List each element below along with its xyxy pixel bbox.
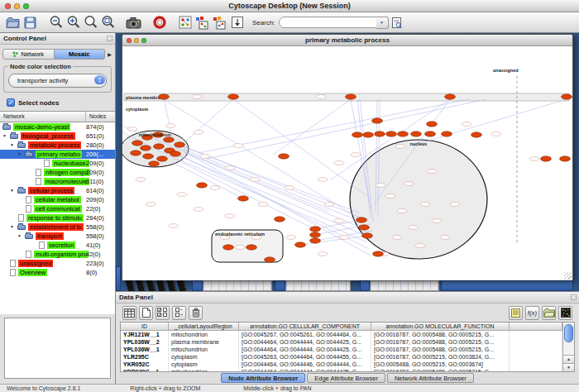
minimize-window-icon[interactable]	[14, 3, 20, 9]
network-graph[interactable]: plasma membranecytoplasmmitochondrionnuc…	[122, 46, 572, 280]
background-window-fragment[interactable]	[203, 280, 272, 291]
select-attributes-button[interactable]	[156, 306, 170, 320]
window-titlebar[interactable]: Cytoscape Desktop (New Session)	[0, 0, 579, 12]
background-network-fragment[interactable]	[126, 280, 187, 291]
annotation-box-button[interactable]	[228, 14, 246, 31]
help-button[interactable]	[151, 14, 168, 31]
table-cell[interactable]: [GO:0044464, GO:0044444, GO:0044425, G..…	[239, 368, 371, 371]
disclosure-arrow-icon[interactable]: ▼	[10, 188, 14, 193]
table-cell[interactable]: YLR295C	[121, 353, 169, 361]
table-row[interactable]: YPL036W__1mitochondrion[GO:0044464, GO:0…	[121, 346, 562, 353]
vizmapper-button[interactable]	[176, 14, 194, 31]
tab-network[interactable]: Network	[2, 49, 55, 60]
column-header[interactable]: annotation.GO MOLECULAR_FUNCTION	[371, 323, 510, 331]
tree-row[interactable]: nitrogen compo209(0)	[0, 168, 115, 177]
attribute-columns-button[interactable]	[172, 306, 186, 320]
search-input[interactable]	[279, 17, 380, 28]
tree-row[interactable]: ▼cellular process614(0)	[0, 186, 115, 195]
save-button[interactable]	[22, 14, 39, 31]
tree-row[interactable]: cell communicat22(0)	[0, 204, 115, 213]
annotation-a-button[interactable]	[194, 14, 211, 31]
tree-column-network[interactable]: Network	[0, 112, 86, 122]
tree-row[interactable]: nucleobase-209(0)	[0, 159, 115, 168]
tab-overflow-button[interactable]: ▶	[105, 51, 114, 57]
float-panel-icon[interactable]	[571, 294, 577, 300]
zoom-in-button[interactable]	[65, 14, 82, 31]
tree-column-nodes[interactable]: Nodes	[86, 112, 115, 122]
search-dropdown-button[interactable]: ▼	[376, 17, 389, 29]
network-canvas[interactable]: plasma membranecytoplasmmitochondrionnuc…	[122, 46, 572, 280]
table-cell[interactable]: YJR121W__1	[121, 331, 169, 338]
table-cell[interactable]: mitochondrion	[169, 346, 239, 353]
tree-row[interactable]: ▼transport558(0)	[0, 232, 115, 241]
background-window-fragment[interactable]	[192, 280, 203, 291]
table-row[interactable]: YLR295Ccytoplasm[GO:0045263, GO:0044464,…	[121, 353, 562, 361]
annotation-b-button[interactable]	[211, 14, 228, 31]
background-window-fragment[interactable]	[275, 280, 285, 291]
node-color-dropdown[interactable]: transporter activity ▲▼	[8, 74, 107, 88]
zoom-window-icon[interactable]	[23, 3, 29, 9]
disclosure-arrow-icon[interactable]: ▼	[2, 133, 7, 138]
table-row[interactable]: YJR121W__1mitochondrion[GO:0045267, GO:0…	[121, 331, 562, 338]
new-attribute-button[interactable]	[139, 306, 153, 320]
import-attributes-button[interactable]	[542, 306, 556, 320]
table-row[interactable]: YDR039C__1mitochondrion[GO:0044464, GO:0…	[121, 368, 562, 371]
open-file-button[interactable]	[4, 14, 22, 31]
select-nodes-checkbox[interactable]: ✓	[7, 98, 15, 107]
disclosure-arrow-icon[interactable]: ▼	[17, 151, 22, 156]
disclosure-arrow-icon[interactable]: ▼	[10, 142, 14, 147]
scroll-up-button[interactable]: ▲	[563, 355, 574, 363]
table-scrollbar[interactable]: ▲ ▼	[562, 323, 574, 371]
table-cell[interactable]: mitochondrion	[169, 368, 239, 371]
search-config-button[interactable]	[389, 14, 406, 31]
scroll-down-button[interactable]: ▼	[563, 363, 574, 371]
attribute-table-button[interactable]	[122, 306, 136, 320]
tree-row[interactable]: unassigned223(0)	[0, 259, 115, 268]
table-cell[interactable]: [GO:0044464, GO:0044444, GO:0044425, G..…	[239, 346, 371, 353]
table-cell[interactable]: [GO:0044464, GO:0044444, GO:0044425, G..…	[239, 338, 371, 346]
tree-row[interactable]: macromolecule311(0)	[0, 177, 115, 186]
network-view-window[interactable]: primary metabolic process plasma membran…	[122, 34, 573, 280]
background-window-fragment[interactable]	[285, 280, 351, 291]
column-header[interactable]: annotation.GO CELLULAR_COMPONENT	[239, 323, 371, 331]
tree-row[interactable]: response to stimulu264(0)	[0, 213, 115, 222]
table-cell[interactable]: [GO:0016787, GO:0005488, GO:0005215, G..…	[371, 368, 510, 371]
snapshot-button[interactable]	[125, 14, 142, 31]
tab-network-attribute-browser[interactable]: Network Attribute Browser	[387, 373, 474, 383]
table-cell[interactable]: [GO:0016787, GO:0005488, GO:0005215, G..…	[371, 338, 510, 346]
table-cell[interactable]: [GO:0005488, GO:0005215, GO:0003674]	[371, 361, 510, 368]
table-cell[interactable]: YPL036W__1	[121, 346, 169, 353]
table-cell[interactable]: mitochondrion	[169, 331, 239, 338]
table-cell[interactable]: cytoplasm	[169, 353, 239, 361]
birds-eye-view[interactable]	[4, 318, 111, 379]
tree-row[interactable]: ▼primary metabo209(...	[0, 150, 115, 159]
table-cell[interactable]: plasma membrane	[169, 338, 239, 346]
formula-button[interactable]: f(x)	[525, 306, 539, 320]
delete-attribute-button[interactable]	[189, 306, 203, 320]
float-panel-icon[interactable]	[107, 36, 112, 41]
table-cell[interactable]: [GO:0045267, GO:0045261, GO:0044464, G..…	[239, 331, 371, 338]
tree-row[interactable]: mosaic-demo-yeast874(0)	[0, 122, 115, 131]
zoom-selected-button[interactable]	[82, 14, 99, 31]
table-cell[interactable]: [GO:0016787, GO:0005488, GO:0005215, G..…	[371, 331, 510, 338]
tree-row[interactable]: multi-organism pro42(0)	[0, 250, 115, 259]
table-cell[interactable]: [GO:0016787, GO:0005488, GO:0005215, G..…	[371, 346, 510, 353]
tree-row[interactable]: Overview8(0)	[0, 268, 115, 277]
close-view-icon[interactable]	[127, 38, 132, 43]
table-row[interactable]: YKR052Ccytoplasm[GO:0044464, GO:0044446,…	[121, 361, 562, 368]
background-window-fragment[interactable]	[360, 280, 370, 291]
zoom-view-icon[interactable]	[141, 38, 146, 43]
table-cell[interactable]: [GO:0045263, GO:0044464, GO:0044455, G..…	[239, 353, 371, 361]
minimize-view-icon[interactable]	[134, 38, 139, 43]
tree-row[interactable]: ▼biological_process651(0)	[0, 131, 115, 141]
tab-node-attribute-browser[interactable]: Node Attribute Browser	[221, 373, 305, 383]
column-header[interactable]: ID	[121, 323, 169, 331]
table-cell[interactable]: [GO:0016787, GO:0005215, GO:0003824, G..…	[371, 353, 510, 361]
table-cell[interactable]: YDR039C__1	[121, 368, 169, 371]
tree-row[interactable]: ▼metabolic process280(0)	[0, 141, 115, 150]
matrix-button[interactable]	[558, 306, 572, 320]
tab-mosaic[interactable]: Mosaic	[55, 49, 106, 60]
table-row[interactable]: YPL036W__2plasma membrane[GO:0044464, GO…	[121, 338, 562, 346]
table-cell[interactable]: YKR052C	[121, 361, 169, 368]
tab-edge-attribute-browser[interactable]: Edge Attribute Browser	[307, 373, 385, 383]
